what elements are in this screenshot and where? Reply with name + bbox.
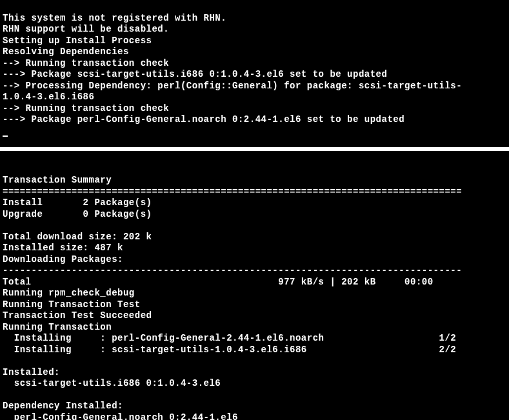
terminal-line: This system is not registered with RHN. — [3, 13, 226, 23]
transaction-test: Running Transaction Test — [3, 299, 141, 310]
installing-line: Installing : perl-Config-General-2.44-1.… — [3, 333, 456, 343]
upgrade-count: Upgrade 0 Package(s) — [3, 209, 152, 219]
separator-line: ----------------------------------------… — [3, 265, 462, 275]
terminal-line: --> Processing Dependency: perl(Config::… — [3, 81, 462, 91]
dependency-installed-package: perl-Config-General.noarch 0:2.44-1.el6 — [3, 412, 238, 421]
terminal-line: --> Running transaction check — [3, 103, 169, 114]
terminal-line: --> Running transaction check — [3, 58, 169, 68]
downloading-label: Downloading Packages: — [3, 254, 123, 265]
terminal-line: ---> Package perl-Config-General.noarch … — [3, 114, 404, 125]
download-size: Total download size: 202 k — [3, 232, 152, 242]
terminal-output-2: Transaction Summary ====================… — [0, 151, 509, 420]
rpm-check: Running rpm_check_debug — [3, 288, 135, 298]
summary-title: Transaction Summary — [3, 175, 112, 185]
terminal-line: Setting up Install Process — [3, 35, 152, 46]
terminal-line: Resolving Dependencies — [3, 46, 129, 57]
running-transaction: Running Transaction — [3, 322, 112, 332]
terminal-line: ---> Package scsi-target-utils.i686 0:1.… — [3, 69, 387, 79]
separator-line: ========================================… — [3, 186, 462, 197]
cursor-icon — [3, 135, 8, 137]
terminal-line: RHN support will be disabled. — [3, 24, 169, 34]
installing-line: Installing : scsi-target-utils-1.0.4-3.e… — [3, 345, 456, 355]
install-count: Install 2 Package(s) — [3, 197, 152, 208]
installed-size: Installed size: 487 k — [3, 243, 123, 253]
transaction-succeeded: Transaction Test Succeeded — [3, 310, 152, 321]
terminal-line: 1.0.4-3.el6.i686 — [3, 92, 94, 102]
dependency-installed-header: Dependency Installed: — [3, 401, 123, 411]
installed-package: scsi-target-utils.i686 0:1.0.4-3.el6 — [3, 378, 221, 388]
terminal-output-1: This system is not registered with RHN. … — [0, 0, 509, 147]
total-line: Total 977 kB/s | 202 kB 00:00 — [3, 277, 434, 287]
installed-header: Installed: — [3, 367, 60, 377]
